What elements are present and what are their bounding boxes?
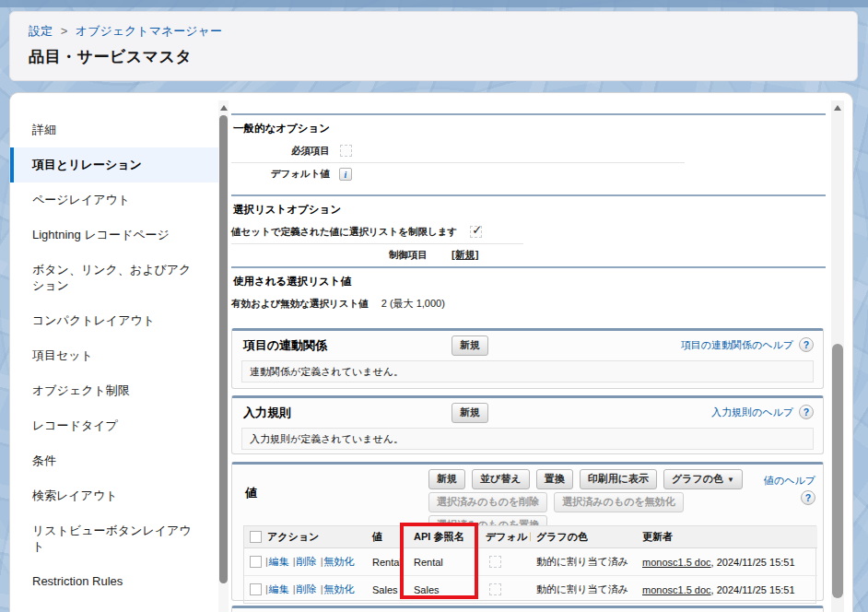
column-header-chart-color: グラフの色 (531, 526, 637, 548)
restrict-picklist-label: 値セットで定義された値に選択リストを制限します (231, 226, 457, 239)
column-header-default: デフォルト (480, 526, 531, 548)
delete-link[interactable]: 削除 (297, 583, 317, 594)
sidebar-item-record-types[interactable]: レコードタイプ (10, 408, 218, 443)
field-dependencies-new-button[interactable]: 新規 (452, 335, 488, 356)
breadcrumb: 設定 > オブジェクトマネージャー (29, 23, 857, 40)
column-header-modified-by: 更新者 (637, 526, 817, 548)
classic-frame-scrollbar-thumb[interactable] (832, 344, 843, 598)
field-dependencies-card: 項目の連動関係 新規 項目の連動関係のヘルプ ? 連動関係が定義されていません。 (231, 328, 824, 389)
values-deactivate-selected-button: 選択済みのものを無効化 (554, 492, 683, 512)
row-divider (231, 243, 523, 244)
deactivate-link[interactable]: 無効化 (324, 556, 355, 567)
values-reorder-button[interactable]: 並び替え (472, 469, 530, 489)
picklist-options-section: 選択リストオプション 値セットで定義された値に選択リストを制限します ✓ 制御項… (231, 194, 826, 266)
sidebar-item-lightning-record-pages[interactable]: Lightning レコードページ (10, 218, 218, 253)
delete-link[interactable]: 削除 (297, 556, 317, 567)
field-dependencies-help-link[interactable]: 項目の連動関係のヘルプ (681, 338, 793, 352)
active-inactive-value: 2 (最大 1,000) (381, 297, 445, 311)
values-table: アクション 値 API 参照名 デフォルト グラフの色 更新者 |編集|削除|無… (243, 525, 816, 604)
values-help: 値のヘルプ ? (764, 474, 815, 505)
column-header-api-name: API 参照名 (408, 526, 480, 548)
breadcrumb-object-manager-link[interactable]: オブジェクトマネージャー (76, 24, 222, 38)
values-button-row-1: 新規 並び替え 置換 印刷用に表示 グラフの色▼ (428, 469, 746, 489)
validation-rules-help: 入力規則のヘルプ ? (711, 405, 814, 419)
chart-colors-button-label: グラフの色 (672, 473, 723, 484)
edit-link[interactable]: 編集 (269, 583, 289, 594)
sidebar-item-details[interactable]: 詳細 (10, 112, 218, 147)
action-separator: | (265, 556, 268, 567)
modified-by-user-link[interactable]: monosc1.5 doc (642, 584, 711, 595)
sidebar-item-search-layouts[interactable]: 検索レイアウト (10, 478, 218, 513)
default-checkbox (489, 583, 501, 595)
sidebar-item-fields-and-relationships[interactable]: 項目とリレーション (10, 147, 218, 182)
table-row: |編集|削除|無効化 Rental Rental 動的に割り当て済み monos… (244, 548, 817, 576)
modified-date: , 2024/11/25 15:51 (711, 584, 795, 595)
values-replace-button[interactable]: 置換 (536, 469, 573, 489)
values-button-row-2: 選択済みのものを削除 選択済みのものを無効化 (428, 492, 746, 512)
modified-by-user-link[interactable]: monosc1.5 doc (642, 557, 711, 568)
values-help-link[interactable]: 値のヘルプ (764, 475, 815, 486)
help-icon[interactable]: ? (799, 405, 814, 419)
inner-scrollbar[interactable] (218, 100, 229, 612)
action-separator: | (321, 556, 323, 567)
values-card: 値 新規 並び替え 置換 印刷用に表示 グラフの色▼ 選択済みのものを削除 選択… (231, 462, 824, 601)
general-options-section: 一般的なオプション 必須項目 デフォルト値 i (231, 113, 826, 185)
help-icon[interactable]: ? (801, 490, 815, 505)
validation-rules-new-button[interactable]: 新規 (452, 403, 488, 423)
modified-date: , 2024/11/25 15:51 (711, 557, 795, 568)
scroll-up-icon[interactable] (834, 105, 841, 111)
top-band (0, 0, 868, 7)
sidebar-item-buttons-links-actions[interactable]: ボタン、リンク、およびアクション (10, 253, 218, 303)
sidebar-item-list-view-button-layout[interactable]: リストビューボタンレイアウト (10, 513, 218, 564)
api-name-cell: Sales (408, 576, 480, 604)
field-dependencies-title: 項目の連動関係 (243, 337, 327, 354)
row-checkbox[interactable] (250, 583, 262, 595)
sidebar-item-object-limits[interactable]: オブジェクト制限 (10, 373, 218, 408)
sidebar-item-conditions[interactable]: 条件 (10, 443, 218, 478)
sidebar-item-compact-layouts[interactable]: コンパクトレイアウト (10, 303, 218, 338)
general-options-title: 一般的なオプション (233, 122, 826, 135)
sidebar-item-restriction-rules[interactable]: Restriction Rules (10, 564, 218, 599)
values-new-button[interactable]: 新規 (428, 469, 465, 489)
action-separator: | (321, 583, 323, 594)
row-checkbox[interactable] (250, 556, 262, 568)
field-dependencies-empty-message: 連動関係が定義されていません。 (241, 360, 814, 382)
help-icon[interactable]: ? (799, 337, 814, 352)
restrict-picklist-row: 値セットで定義された値に選択リストを制限します ✓ (231, 224, 826, 240)
deactivate-link[interactable]: 無効化 (324, 583, 355, 594)
required-field-label: 必須項目 (231, 145, 330, 158)
required-field-row: 必須項目 (231, 143, 826, 159)
sidebar-item-field-sets[interactable]: 項目セット (10, 338, 218, 373)
validation-rules-help-link[interactable]: 入力規則のヘルプ (711, 406, 793, 419)
row-divider (231, 162, 685, 163)
info-icon[interactable]: i (339, 168, 352, 181)
field-dependencies-header: 項目の連動関係 新規 項目の連動関係のヘルプ ? (232, 331, 823, 357)
validation-rules-header: 入力規則 新規 入力規則のヘルプ ? (232, 398, 823, 424)
modified-by-cell: monosc1.5 doc, 2024/11/25 15:51 (637, 548, 817, 576)
edit-link[interactable]: 編集 (269, 556, 289, 567)
validation-rules-card: 入力規則 新規 入力規則のヘルプ ? 入力規則が定義されていません。 (231, 395, 824, 454)
values-title: 値 (245, 485, 257, 501)
inner-scrollbar-thumb[interactable] (219, 115, 228, 583)
value-cell: Rental (367, 548, 408, 576)
controlling-field-row: 制御項目 [新規] (231, 247, 826, 263)
page-header: 設定 > オブジェクトマネージャー 品目・サービスマスタ (9, 11, 858, 81)
validation-rules-empty-message: 入力規則が定義されていません。 (241, 428, 814, 450)
values-chart-colors-button[interactable]: グラフの色▼ (663, 469, 743, 489)
field-dependencies-help: 項目の連動関係のヘルプ ? (681, 337, 814, 352)
active-inactive-label: 有効および無効な選択リスト値 (231, 298, 369, 311)
field-detail-content: 一般的なオプション 必須項目 デフォルト値 i 選択リストオプション 値セットで… (231, 93, 826, 612)
classic-frame-scrollbar[interactable] (831, 100, 844, 612)
sidebar-item-scoping-rules[interactable]: Scoping Rules (10, 599, 218, 612)
sidebar-item-page-layouts[interactable]: ページレイアウト (10, 182, 218, 218)
value-cell: Sales (367, 576, 408, 604)
values-printable-view-button[interactable]: 印刷用に表示 (580, 469, 657, 489)
breadcrumb-setup-link[interactable]: 設定 (29, 24, 53, 38)
select-all-checkbox[interactable] (250, 531, 262, 543)
controlling-field-new-link[interactable]: [新規] (452, 248, 478, 262)
next-section-card (231, 606, 824, 612)
scroll-up-icon[interactable] (220, 105, 228, 111)
default-checkbox (489, 556, 501, 568)
sidebar: 詳細 項目とリレーション ページレイアウト Lightning レコードページ … (10, 93, 218, 612)
default-value-row: デフォルト値 i (231, 166, 826, 182)
